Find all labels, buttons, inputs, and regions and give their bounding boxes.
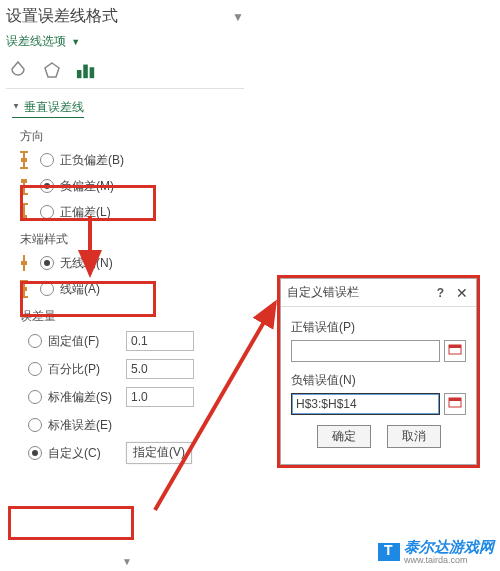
svg-rect-2 <box>83 65 88 79</box>
fixed-value-input[interactable]: 0.1 <box>126 331 194 351</box>
both-glyph-icon <box>14 150 34 170</box>
radio-icon <box>40 179 54 193</box>
svg-rect-23 <box>449 398 461 401</box>
direction-option-plus[interactable]: 正偏差(L) <box>6 199 244 225</box>
watermark: 泰尔达游戏网 www.tairda.com <box>378 538 494 565</box>
stderr-row[interactable]: 标准误差(E) <box>6 411 244 439</box>
radio-icon <box>28 334 42 348</box>
radio-icon <box>28 418 42 432</box>
range-selector-icon[interactable] <box>444 340 466 362</box>
chevron-down-icon: ▼ <box>71 37 80 47</box>
radio-label: 标准误差(E) <box>48 417 120 434</box>
cap-glyph-icon <box>14 279 34 299</box>
percentage-input[interactable]: 5.0 <box>126 359 194 379</box>
svg-rect-19 <box>21 287 27 291</box>
svg-rect-7 <box>21 158 27 162</box>
fixed-value-row[interactable]: 固定值(F) 0.1 <box>6 327 244 355</box>
radio-icon <box>28 362 42 376</box>
radio-label: 百分比(P) <box>48 361 120 378</box>
svg-rect-21 <box>449 345 461 348</box>
close-icon[interactable]: ✕ <box>454 285 470 301</box>
radio-label: 正偏差(L) <box>60 204 111 221</box>
svg-rect-3 <box>90 67 95 78</box>
highlight-box <box>8 506 134 540</box>
direction-label: 方向 <box>6 122 244 147</box>
custom-row[interactable]: 自定义(C) 指定值(V) <box>6 439 244 467</box>
radio-icon <box>40 205 54 219</box>
radio-label: 正负偏差(B) <box>60 152 124 169</box>
collapse-chevron-icon[interactable]: ▼ <box>232 10 244 24</box>
positive-error-label: 正错误值(P) <box>291 319 466 336</box>
ok-button[interactable]: 确定 <box>317 425 371 448</box>
radio-icon <box>40 282 54 296</box>
radio-label: 标准偏差(S) <box>48 389 120 406</box>
radio-label: 固定值(F) <box>48 333 120 350</box>
svg-rect-10 <box>21 179 27 183</box>
panel-title-row: 设置误差线格式 ▼ <box>6 4 244 31</box>
radio-label: 线端(A) <box>60 281 100 298</box>
format-error-bars-panel: 设置误差线格式 ▼ 误差线选项 ▼ 垂直误差线 方向 正负偏差(B) 负偏差(M… <box>0 0 250 471</box>
dialog-title: 自定义错误栏 <box>287 284 427 301</box>
error-amount-label: 误差量 <box>6 302 244 327</box>
percentage-row[interactable]: 百分比(P) 5.0 <box>6 355 244 383</box>
minus-glyph-icon <box>14 176 34 196</box>
custom-error-bars-dialog: 自定义错误栏 ? ✕ 正错误值(P) 负错误值(N) H$3:$H$14 确定 … <box>280 278 477 465</box>
svg-rect-1 <box>77 70 82 78</box>
category-tabs <box>6 56 244 89</box>
panel-title: 设置误差线格式 <box>6 6 118 27</box>
radio-icon <box>28 446 42 460</box>
plus-glyph-icon <box>14 202 34 222</box>
svg-rect-13 <box>21 215 27 219</box>
svg-rect-15 <box>21 261 27 265</box>
end-style-label: 末端样式 <box>6 225 244 250</box>
vertical-error-bar-section[interactable]: 垂直误差线 <box>12 99 84 118</box>
dropdown-label: 误差线选项 <box>6 34 66 48</box>
negative-error-label: 负错误值(N) <box>291 372 466 389</box>
svg-marker-0 <box>45 63 59 77</box>
specify-value-button[interactable]: 指定值(V) <box>126 442 192 464</box>
range-selector-icon[interactable] <box>444 393 466 415</box>
radio-label: 自定义(C) <box>48 445 120 462</box>
radio-label: 无线端(N) <box>60 255 113 272</box>
nocap-glyph-icon <box>14 253 34 273</box>
stddev-input[interactable]: 1.0 <box>126 387 194 407</box>
end-style-nocap[interactable]: 无线端(N) <box>6 250 244 276</box>
dialog-titlebar: 自定义错误栏 ? ✕ <box>281 279 476 307</box>
stddev-row[interactable]: 标准偏差(S) 1.0 <box>6 383 244 411</box>
watermark-logo-icon <box>378 543 400 561</box>
fill-tab-icon[interactable] <box>8 60 28 80</box>
effects-tab-icon[interactable] <box>42 60 62 80</box>
bar-chart-tab-icon[interactable] <box>76 60 96 80</box>
radio-icon <box>40 153 54 167</box>
dialog-body: 正错误值(P) 负错误值(N) H$3:$H$14 确定 取消 <box>281 307 476 464</box>
radio-icon <box>28 390 42 404</box>
end-style-cap[interactable]: 线端(A) <box>6 276 244 302</box>
scroll-down-icon[interactable]: ▼ <box>122 556 132 567</box>
radio-label: 负偏差(M) <box>60 178 114 195</box>
direction-option-both[interactable]: 正负偏差(B) <box>6 147 244 173</box>
radio-icon <box>40 256 54 270</box>
negative-error-input[interactable]: H$3:$H$14 <box>291 393 440 415</box>
watermark-text: 泰尔达游戏网 <box>404 538 494 555</box>
help-icon[interactable]: ? <box>437 286 444 300</box>
positive-error-input[interactable] <box>291 340 440 362</box>
direction-option-minus[interactable]: 负偏差(M) <box>6 173 244 199</box>
cancel-button[interactable]: 取消 <box>387 425 441 448</box>
error-bar-options-dropdown[interactable]: 误差线选项 ▼ <box>6 31 244 56</box>
watermark-sub: www.tairda.com <box>404 555 494 565</box>
